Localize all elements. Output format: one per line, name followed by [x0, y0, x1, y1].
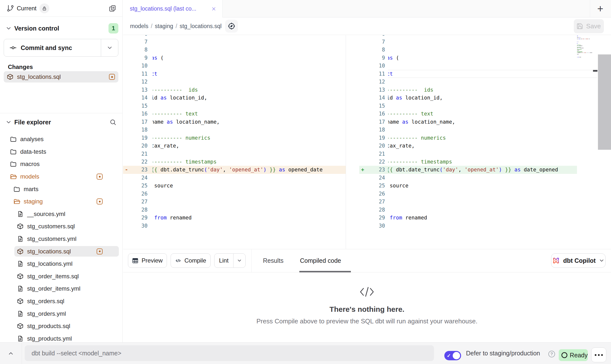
file-item-stg-orders-sql[interactable]: stg_orders.sql: [0, 295, 123, 308]
commit-options-caret[interactable]: [101, 39, 118, 56]
lint-options-caret[interactable]: [233, 254, 245, 267]
code-line-16[interactable]: 16---------- text: [359, 110, 577, 118]
code-line-8[interactable]: 8: [359, 46, 577, 54]
status-ready-badge[interactable]: Ready: [559, 349, 588, 361]
code-line-29[interactable]: 29 from renamed: [123, 214, 346, 222]
file-item-stg-locations-yml[interactable]: stg_locations.yml: [0, 258, 123, 270]
code-line-19[interactable]: 19---------- numerics: [359, 134, 577, 142]
code-line-10[interactable]: 10: [123, 62, 346, 70]
code-line-6[interactable]: 6: [123, 35, 346, 38]
code-line-10[interactable]: 10: [359, 62, 577, 70]
help-icon[interactable]: ?: [548, 351, 555, 357]
commit-and-sync-button[interactable]: Commit and sync: [4, 39, 118, 57]
new-tab-button[interactable]: +: [593, 2, 607, 16]
code-line-9[interactable]: 9as (: [123, 54, 346, 62]
code-line-27[interactable]: 27: [123, 198, 346, 206]
code-line-22[interactable]: 22---------- timestamps: [359, 158, 577, 166]
code-line-18[interactable]: 18: [123, 126, 346, 134]
code-line-13[interactable]: 13---------- ids: [123, 86, 346, 94]
code-line-19[interactable]: 19---------- numerics: [123, 134, 346, 142]
code-line-21[interactable]: 21: [123, 150, 346, 158]
file-item-models[interactable]: models: [0, 170, 123, 183]
file-item-stg-products-sql[interactable]: stg_products.sql: [0, 320, 123, 332]
code-line-15[interactable]: 15: [123, 102, 346, 110]
breadcrumb-models[interactable]: models: [130, 23, 148, 29]
code-line-20[interactable]: 20tax_rate,: [359, 142, 577, 150]
file-search-button[interactable]: [108, 118, 117, 127]
save-button[interactable]: Save: [574, 19, 604, 33]
command-input[interactable]: [25, 345, 434, 361]
code-line-22[interactable]: 22---------- timestamps: [123, 158, 346, 166]
code-line-27[interactable]: 27: [359, 198, 577, 206]
preview-button[interactable]: Preview: [128, 253, 167, 268]
code-line-25[interactable]: 25 source: [359, 182, 577, 190]
diff-pane-modified[interactable]: 6789as (1011ct1213---------- ids14id as …: [359, 35, 577, 249]
breadcrumb-staging[interactable]: staging: [155, 23, 173, 29]
code-line-17[interactable]: 17name as location_name,: [359, 118, 577, 126]
code-line-18[interactable]: 18: [359, 126, 577, 134]
code-line-28[interactable]: 28: [123, 206, 346, 214]
code-line-7[interactable]: 7: [123, 38, 346, 46]
code-line-26[interactable]: 26: [123, 190, 346, 198]
code-line-11[interactable]: 11ct: [123, 70, 346, 78]
editor-scrollbar[interactable]: [598, 54, 611, 150]
file-item-macros[interactable]: macros: [0, 158, 123, 170]
minimap[interactable]: [577, 36, 592, 59]
code-line-23[interactable]: +23{{ dbt.date_trunc('day', 'opened_at')…: [359, 166, 577, 174]
lineage-compass-button[interactable]: [225, 20, 238, 33]
code-line-25[interactable]: 25 source: [123, 182, 346, 190]
code-line-14[interactable]: 14id as location_id,: [359, 94, 577, 102]
lint-label[interactable]: Lint: [215, 257, 233, 264]
more-options-button[interactable]: [591, 347, 606, 362]
file-item-stg-orders-yml[interactable]: stg_orders.yml: [0, 307, 123, 320]
folder-icon: [10, 161, 17, 167]
commit-and-sync-main[interactable]: Commit and sync: [4, 39, 101, 56]
tab-compiled-code[interactable]: Compiled code: [300, 249, 341, 272]
code-line-8[interactable]: 8: [123, 46, 346, 54]
file-item-stg-customers-yml[interactable]: stg_customers.yml: [0, 233, 123, 245]
diff-pane-original[interactable]: 6789as (1011ct1213---------- ids14id as …: [123, 35, 346, 249]
file-item-marts[interactable]: marts: [0, 183, 123, 195]
tab-stg-locations-sql[interactable]: stg_locations.sql (last co...: [123, 0, 223, 17]
code-line-9[interactable]: 9as (: [359, 54, 577, 62]
expand-command-bar-button[interactable]: [5, 348, 17, 359]
file-item-stg-locations-sql[interactable]: stg_locations.sql: [0, 245, 123, 258]
code-line-23[interactable]: -23{{ dbt.date_trunc('day', 'opened_at')…: [123, 166, 346, 174]
lint-button[interactable]: Lint: [214, 253, 246, 268]
breadcrumb-file[interactable]: stg_locations.sql: [180, 23, 222, 29]
file-item-stg-customers-sql[interactable]: stg_customers.sql: [0, 220, 123, 233]
code-line-12[interactable]: 12: [123, 78, 346, 86]
copy-button[interactable]: [108, 3, 117, 13]
code-line-28[interactable]: 28: [359, 206, 577, 214]
code-line-15[interactable]: 15: [359, 102, 577, 110]
code-line-6[interactable]: 6: [359, 35, 577, 38]
code-line-12[interactable]: 12: [359, 78, 577, 86]
file-item-staging[interactable]: staging: [0, 195, 123, 208]
compile-button[interactable]: Compile: [171, 253, 211, 268]
code-line-29[interactable]: 29 from renamed: [359, 214, 577, 222]
changed-file-row[interactable]: stg_locations.sql: [4, 71, 118, 83]
tab-results[interactable]: Results: [263, 249, 284, 272]
code-line-17[interactable]: 17name as location_name,: [123, 118, 346, 126]
code-line-13[interactable]: 13---------- ids: [359, 86, 577, 94]
code-line-7[interactable]: 7: [359, 38, 577, 46]
file-item-stg-order-items-sql[interactable]: stg_order_items.sql: [0, 270, 123, 283]
code-line-21[interactable]: 21: [359, 150, 577, 158]
tab-close-button[interactable]: [210, 5, 217, 13]
code-line-26[interactable]: 26: [359, 190, 577, 198]
code-line-30[interactable]: 30: [123, 222, 346, 230]
file-item-stg-order-items-yml[interactable]: stg_order_items.yml: [0, 282, 123, 295]
file-explorer-header[interactable]: File explorer: [5, 118, 117, 127]
code-line-24[interactable]: 24: [359, 174, 577, 182]
version-control-header[interactable]: Version control 1: [0, 17, 122, 33]
dbt-copilot-button[interactable]: dbt Copilot: [551, 253, 606, 268]
code-line-16[interactable]: 16---------- text: [123, 110, 346, 118]
defer-toggle[interactable]: ✓: [444, 351, 461, 360]
code-line-24[interactable]: 24: [123, 174, 346, 182]
code-line-30[interactable]: 30: [359, 222, 577, 230]
code-line-14[interactable]: 14id as location_id,: [123, 94, 346, 102]
file-item-analyses[interactable]: analyses: [0, 133, 123, 146]
file-item-data-tests[interactable]: data-tests: [0, 146, 123, 158]
code-line-20[interactable]: 20tax_rate,: [123, 142, 346, 150]
file-item--sources-yml[interactable]: __sources.yml: [0, 208, 123, 220]
